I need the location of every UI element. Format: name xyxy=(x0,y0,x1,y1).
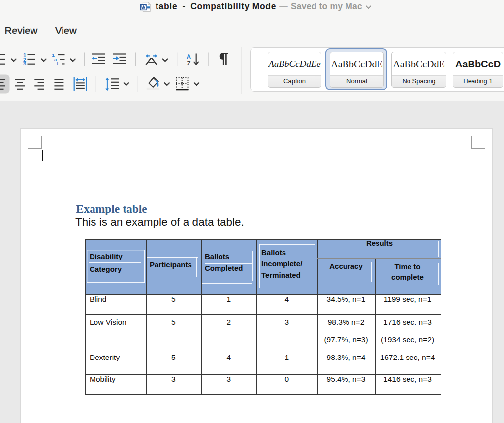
svg-text:3: 3 xyxy=(23,61,26,66)
svg-text:i: i xyxy=(57,61,59,66)
svg-text:Z: Z xyxy=(187,60,191,67)
svg-text:A: A xyxy=(187,53,191,60)
